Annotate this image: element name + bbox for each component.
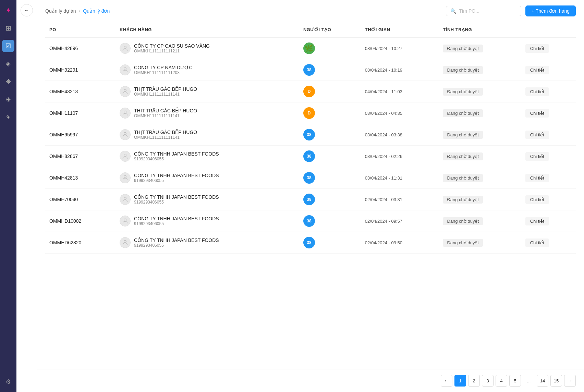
svg-point-7 xyxy=(124,197,126,199)
customer-avatar xyxy=(120,237,131,248)
status-badge: Đang chờ duyệt xyxy=(443,174,483,182)
customer-code: OMMKH1111111111211 xyxy=(134,49,210,53)
action-cell: Chi tiết xyxy=(521,167,576,189)
svg-point-8 xyxy=(124,219,126,221)
table-header-row: PO KHÁCH HÀNG NGƯỜI TẠO THỜI GIAN TÌNH T… xyxy=(45,22,576,37)
detail-button[interactable]: Chi tiết xyxy=(525,195,549,204)
customer-info: THỊT TRÂU GÁC BẾP HUGO OMMKH111111111114… xyxy=(134,108,197,118)
header: Quản lý dự án › Quản lý đơn 🔍 + Thêm đơn… xyxy=(37,0,584,22)
task-icon[interactable]: ☑ xyxy=(2,40,14,52)
creator-cell: 🌿 xyxy=(299,37,361,59)
tree-icon[interactable]: ⚘ xyxy=(2,111,14,123)
time-cell: 08/04/2024 - 10:19 xyxy=(361,59,439,81)
creator-cell: 38 xyxy=(299,189,361,210)
customer-code: 9199293406055 xyxy=(134,178,219,183)
page-2-button[interactable]: 2 xyxy=(468,375,480,387)
svg-point-0 xyxy=(124,46,126,48)
customer-code: OMMKH1111111111141 xyxy=(134,113,197,118)
time-cell: 08/04/2024 - 10:27 xyxy=(361,37,439,59)
status-badge: Đang chờ duyệt xyxy=(443,88,483,96)
po-cell: OMMH11107 xyxy=(45,102,115,124)
customer-code: 9199293406055 xyxy=(134,200,219,205)
action-cell: Chi tiết xyxy=(521,189,576,210)
detail-button[interactable]: Chi tiết xyxy=(525,238,549,247)
page-3-button[interactable]: 3 xyxy=(482,375,494,387)
po-cell: OMMH42813 xyxy=(45,167,115,189)
customer-cell: THỊT TRÂU GÁC BẾP HUGO OMMKH111111111114… xyxy=(115,102,299,124)
customer-name: CÔNG TY TNHH JAPAN BEST FOODS xyxy=(134,216,219,221)
customer-avatar xyxy=(120,86,131,97)
time-cell: 04/04/2024 - 11:03 xyxy=(361,81,439,102)
breadcrumb-parent[interactable]: Quản lý dự án xyxy=(45,8,76,14)
customer-avatar xyxy=(120,151,131,162)
search-input[interactable] xyxy=(459,8,517,14)
status-cell: Đang chờ duyệt xyxy=(439,210,521,232)
customer-cell: CÔNG TY TNHH JAPAN BEST FOODS 9199293406… xyxy=(115,189,299,210)
search-box: 🔍 xyxy=(446,6,521,16)
creator-cell: 38 xyxy=(299,167,361,189)
action-cell: Chi tiết xyxy=(521,124,576,146)
detail-button[interactable]: Chi tiết xyxy=(525,66,549,74)
customer-avatar xyxy=(120,64,131,75)
fire-icon[interactable]: ❋ xyxy=(2,75,14,88)
map-icon[interactable]: ◈ xyxy=(2,58,14,70)
creator-avatar: D xyxy=(303,86,315,97)
globe-icon[interactable]: ⊕ xyxy=(2,93,14,106)
time-cell: 02/04/2024 - 09:50 xyxy=(361,232,439,254)
creator-cell: 38 xyxy=(299,232,361,254)
detail-button[interactable]: Chi tiết xyxy=(525,174,549,182)
pagination: ← 1 2 3 4 5 ... 14 15 → xyxy=(37,369,584,392)
status-badge: Đang chờ duyệt xyxy=(443,131,483,139)
database-icon[interactable]: ⊞ xyxy=(2,22,14,34)
po-cell: OMMH82867 xyxy=(45,146,115,167)
table-row: OMMH92291 CÔNG TY CP NAM DƯỢC OMMKH11111… xyxy=(45,59,576,81)
status-badge: Đang chờ duyệt xyxy=(443,109,483,117)
action-cell: Chi tiết xyxy=(521,81,576,102)
page-1-button[interactable]: 1 xyxy=(454,375,466,387)
prev-page-button[interactable]: ← xyxy=(441,375,452,387)
settings-icon[interactable]: ⚙ xyxy=(2,376,14,388)
page-15-button[interactable]: 15 xyxy=(550,375,562,387)
creator-avatar: 38 xyxy=(303,194,315,205)
table-row: OMMH43213 THỊT TRÂU GÁC BẾP HUGO OMMKH11… xyxy=(45,81,576,102)
customer-cell: CÔNG TY TNHH JAPAN BEST FOODS 9199293406… xyxy=(115,146,299,167)
detail-button[interactable]: Chi tiết xyxy=(525,44,549,53)
orders-table-container: PO KHÁCH HÀNG NGƯỜI TẠO THỜI GIAN TÌNH T… xyxy=(37,22,584,369)
status-badge: Đang chờ duyệt xyxy=(443,217,483,225)
breadcrumb-current[interactable]: Quản lý đơn xyxy=(83,8,110,14)
customer-info: CÔNG TY TNHH JAPAN BEST FOODS 9199293406… xyxy=(134,216,219,226)
detail-button[interactable]: Chi tiết xyxy=(525,87,549,96)
detail-button[interactable]: Chi tiết xyxy=(525,109,549,118)
add-order-button[interactable]: + Thêm đơn hàng xyxy=(525,5,576,16)
breadcrumb: Quản lý dự án › Quản lý đơn xyxy=(45,8,110,14)
page-5-button[interactable]: 5 xyxy=(509,375,521,387)
customer-info: CÔNG TY TNHH JAPAN BEST FOODS 9199293406… xyxy=(134,151,219,161)
customer-avatar xyxy=(120,172,131,183)
customer-cell: CÔNG TY TNHH JAPAN BEST FOODS 9199293406… xyxy=(115,210,299,232)
detail-button[interactable]: Chi tiết xyxy=(525,217,549,225)
status-cell: Đang chờ duyệt xyxy=(439,146,521,167)
customer-cell: THỊT TRÂU GÁC BẾP HUGO OMMKH111111111114… xyxy=(115,81,299,102)
customer-cell: CÔNG TY CP NAM DƯỢC OMMKH1111111111208 xyxy=(115,59,299,81)
customer-avatar xyxy=(120,108,131,119)
customer-avatar xyxy=(120,216,131,226)
customer-name: THỊT TRÂU GÁC BẾP HUGO xyxy=(134,130,197,135)
page-14-button[interactable]: 14 xyxy=(537,375,548,387)
detail-button[interactable]: Chi tiết xyxy=(525,152,549,161)
customer-info: THỊT TRÂU GÁC BẾP HUGO OMMKH111111111114… xyxy=(134,130,197,140)
table-row: OMMHD62820 CÔNG TY TNHH JAPAN BEST FOODS… xyxy=(45,232,576,254)
breadcrumb-separator: › xyxy=(79,8,81,14)
customer-code: OMMKH1111111111141 xyxy=(134,135,197,140)
search-icon: 🔍 xyxy=(450,8,456,14)
page-4-button[interactable]: 4 xyxy=(496,375,507,387)
back-button[interactable]: ← xyxy=(21,4,33,16)
po-cell: OMMH70040 xyxy=(45,189,115,210)
status-cell: Đang chờ duyệt xyxy=(439,59,521,81)
app-logo-icon[interactable]: ✦ xyxy=(2,4,14,16)
creator-avatar: D xyxy=(303,107,315,119)
next-page-button[interactable]: → xyxy=(564,375,576,387)
detail-button[interactable]: Chi tiết xyxy=(525,131,549,139)
customer-code: OMMKH1111111111208 xyxy=(134,70,192,75)
customer-info: CÔNG TY CP CAO SU SAO VÀNG OMMKH11111111… xyxy=(134,43,210,53)
po-cell: OMMH43213 xyxy=(45,81,115,102)
